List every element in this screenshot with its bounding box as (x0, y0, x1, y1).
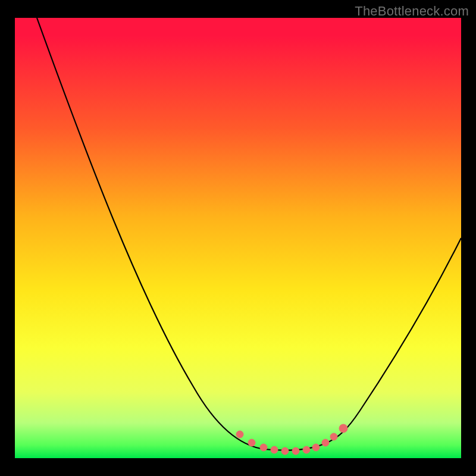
trough-marker (292, 447, 299, 455)
trough-marker (322, 439, 329, 446)
trough-marker (312, 444, 320, 451)
plot-area (15, 18, 461, 458)
trough-marker (303, 446, 310, 453)
bottleneck-curve (37, 18, 461, 450)
chart-frame: TheBottleneck.com (0, 0, 476, 476)
curve-svg (15, 18, 461, 458)
trough-marker (330, 433, 337, 440)
trough-marker (236, 431, 243, 438)
attribution-label: TheBottleneck.com (355, 4, 469, 19)
trough-marker (339, 424, 347, 433)
trough-marker (281, 447, 289, 455)
trough-marker (248, 439, 255, 446)
trough-marker (260, 444, 267, 451)
trough-marker (271, 446, 278, 453)
